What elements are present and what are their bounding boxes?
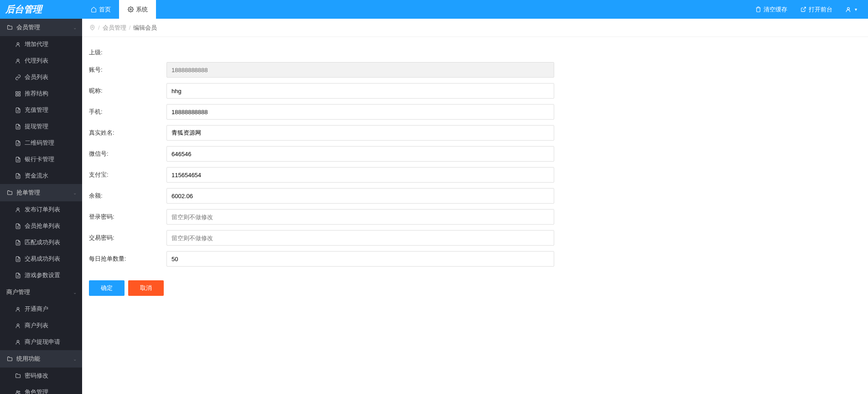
doc-icon: [15, 272, 21, 278]
svg-rect-6: [16, 94, 17, 96]
form-actions: 确定 取消: [89, 280, 861, 296]
form-label: 账号:: [89, 66, 166, 74]
menu-item[interactable]: 增加代理: [0, 36, 82, 53]
location-icon: [89, 25, 95, 31]
svg-point-0: [130, 9, 131, 10]
menu-item-label: 资金流水: [25, 172, 48, 180]
menu-item[interactable]: 银行卡管理: [0, 151, 82, 168]
menu-item[interactable]: 匹配成功列表: [0, 234, 82, 251]
form-input: [166, 62, 554, 78]
menu-item[interactable]: 会员抢单列表: [0, 218, 82, 234]
menu-item-label: 密码修改: [25, 372, 48, 380]
user-icon: [15, 322, 21, 329]
menu-group-title: 会员管理: [16, 23, 40, 32]
form-row: 昵称:: [89, 83, 861, 99]
form-input[interactable]: [166, 230, 554, 246]
menu-item[interactable]: 会员列表: [0, 69, 82, 85]
home-icon: [90, 6, 97, 13]
form-input[interactable]: [166, 83, 554, 99]
menu-item[interactable]: 充值管理: [0, 102, 82, 118]
menu-item-label: 商户提现申请: [25, 338, 60, 346]
top-nav: 首页 系统: [82, 0, 748, 19]
menu-item[interactable]: 商户提现申请: [0, 334, 82, 350]
menu-item[interactable]: 角色管理: [0, 384, 82, 394]
doc-icon: [15, 156, 21, 163]
menu-group-title: 抢单管理: [16, 189, 40, 197]
cancel-button[interactable]: 取消: [128, 280, 164, 296]
form-input[interactable]: [166, 251, 554, 267]
breadcrumb-item[interactable]: 会员管理: [103, 24, 126, 32]
user-icon: [15, 41, 21, 47]
open-front[interactable]: 打开前台: [794, 0, 839, 19]
form-input[interactable]: [166, 125, 554, 141]
menu-item-label: 游戏参数设置: [25, 271, 60, 279]
menu-group-header[interactable]: 抢单管理⌄: [0, 184, 82, 201]
menu-item[interactable]: 二维码管理: [0, 135, 82, 151]
form-input[interactable]: [166, 104, 554, 120]
form-input[interactable]: [166, 146, 554, 162]
menu-item-label: 交易成功列表: [25, 255, 60, 263]
form-label: 交易密码:: [89, 234, 166, 242]
menu-item[interactable]: 交易成功列表: [0, 251, 82, 267]
user-icon: [845, 6, 852, 13]
menu-group-header[interactable]: 商户管理⌄: [0, 284, 82, 301]
menu-group-header[interactable]: 统用功能⌄: [0, 350, 82, 368]
grid-icon: [15, 90, 21, 97]
top-right: 清空缓存 打开前台 ▾: [748, 0, 868, 19]
chevron-down-icon: ⌄: [73, 25, 77, 30]
nav-system[interactable]: 系统: [119, 0, 156, 19]
chevron-down-icon: ⌄: [73, 290, 77, 295]
menu-group-header[interactable]: 会员管理⌄: [0, 19, 82, 36]
form-row: 账号:: [89, 62, 861, 78]
clear-cache-label: 清空缓存: [764, 5, 787, 14]
folder-icon: [15, 373, 21, 379]
form-input[interactable]: [166, 167, 554, 183]
confirm-button[interactable]: 确定: [89, 280, 125, 296]
menu-item[interactable]: 游戏参数设置: [0, 267, 82, 284]
menu-item[interactable]: 推荐结构: [0, 85, 82, 102]
form-row: 真实姓名:: [89, 125, 861, 141]
chevron-down-icon: ⌄: [73, 190, 77, 195]
menu-item[interactable]: 开通商户: [0, 301, 82, 317]
doc-icon: [15, 173, 21, 179]
svg-rect-5: [18, 91, 20, 93]
nav-home[interactable]: 首页: [82, 0, 119, 19]
svg-rect-4: [16, 91, 17, 93]
menu-item[interactable]: 资金流水: [0, 168, 82, 184]
form-input[interactable]: [166, 209, 554, 225]
user-icon: [15, 58, 21, 64]
sidebar: 会员管理⌄增加代理代理列表会员列表推荐结构充值管理提现管理二维码管理银行卡管理资…: [0, 19, 82, 394]
menu-item[interactable]: 提现管理: [0, 118, 82, 135]
form-input[interactable]: [166, 188, 554, 204]
form-label: 手机:: [89, 108, 166, 116]
form-row: 登录密码:: [89, 209, 861, 225]
menu-item[interactable]: 密码修改: [0, 368, 82, 384]
doc-icon: [15, 239, 21, 246]
users-icon: [15, 389, 21, 394]
menu-item[interactable]: 商户列表: [0, 317, 82, 334]
breadcrumb: / 会员管理 / 编辑会员: [82, 19, 868, 37]
external-icon: [800, 6, 806, 13]
svg-rect-7: [18, 94, 20, 96]
user-icon: [15, 206, 21, 213]
form-row: 交易密码:: [89, 230, 861, 246]
clear-cache[interactable]: 清空缓存: [748, 0, 794, 19]
menu-item[interactable]: 发布订单列表: [0, 201, 82, 218]
menu-item[interactable]: 代理列表: [0, 53, 82, 69]
svg-point-3: [17, 59, 19, 61]
menu-item-label: 匹配成功列表: [25, 238, 60, 247]
svg-point-13: [18, 391, 20, 392]
content: 上级:账号:昵称:手机:真实姓名:微信号:支付宝:余额:登录密码:交易密码:每日…: [82, 37, 868, 394]
breadcrumb-item: 编辑会员: [133, 24, 157, 32]
header: 后台管理 首页 系统 清空缓存 打开前台 ▾: [0, 0, 868, 19]
doc-icon: [15, 123, 21, 130]
form-label: 微信号:: [89, 150, 166, 158]
menu-item-label: 银行卡管理: [25, 155, 54, 163]
folder-icon: [6, 189, 13, 196]
svg-point-9: [17, 307, 19, 309]
menu-item-label: 会员列表: [25, 73, 48, 81]
menu-group-title: 商户管理: [6, 288, 30, 296]
svg-point-2: [17, 42, 19, 44]
form-label: 支付宝:: [89, 171, 166, 179]
user-menu[interactable]: ▾: [839, 0, 863, 19]
